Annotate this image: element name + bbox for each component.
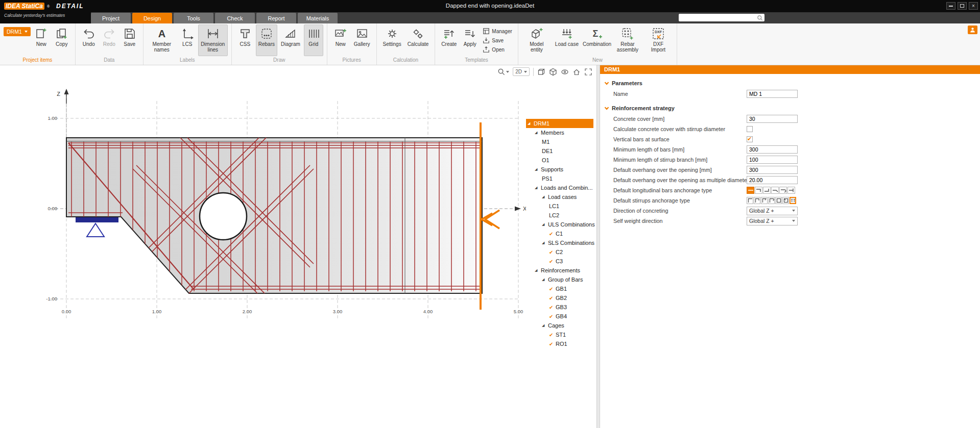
tree-item-ULS-Combinations[interactable]: ◢ULS Combinations — [526, 220, 593, 229]
tree-item-PS1[interactable]: PS1 — [526, 174, 593, 183]
stirrup-closed-button[interactable] — [775, 197, 782, 204]
minimize-button[interactable] — [946, 2, 955, 10]
tree-item-GB4[interactable]: ✔GB4 — [526, 312, 593, 321]
template-save-button[interactable]: Save — [481, 36, 514, 44]
expander-icon[interactable]: ◢ — [542, 323, 548, 328]
dimension-lines-button[interactable]: Dimension lines — [198, 24, 228, 56]
overhang-opening-input[interactable] — [747, 166, 798, 174]
stirrup-corner-hook-180-button[interactable] — [768, 197, 775, 204]
tab-design[interactable]: Design — [132, 13, 172, 23]
calc-cover-checkbox[interactable] — [747, 126, 753, 132]
undo-button[interactable]: Undo — [79, 24, 99, 56]
panel-divider[interactable] — [596, 65, 600, 428]
anchorage-loop-button[interactable] — [779, 187, 787, 194]
tree-item-Loads[interactable]: ◢Loads and Combin... — [526, 183, 593, 192]
template-manager-button[interactable]: Manager — [481, 27, 514, 35]
axonometry-view-button[interactable] — [537, 68, 545, 76]
close-button[interactable]: × — [969, 2, 978, 10]
dxf-import-button[interactable]: DXF DXF Import — [643, 24, 673, 56]
tree-item-C3[interactable]: ✔C3 — [526, 257, 593, 266]
tree-item-Reinforcements[interactable]: ◢Reinforcements — [526, 266, 593, 275]
min-length-stirrup-input[interactable] — [747, 156, 798, 164]
tab-tools[interactable]: Tools — [174, 13, 213, 23]
checked-icon[interactable]: ✔ — [549, 314, 556, 319]
settings-button[interactable]: Settings — [380, 24, 404, 56]
expander-icon[interactable]: ◢ — [535, 186, 541, 190]
anchorage-hook-90-up-button[interactable] — [763, 187, 771, 194]
checked-icon[interactable]: ✔ — [549, 249, 556, 255]
view-mode-dropdown[interactable]: 2D — [513, 67, 530, 76]
stirrup-closed-overlap-button[interactable] — [782, 197, 789, 204]
expander-icon[interactable]: ◢ — [528, 121, 534, 125]
home-view-button[interactable] — [572, 68, 581, 76]
anchorage-hook-90-down-button[interactable] — [755, 187, 762, 194]
zoom-tools-dropdown[interactable] — [497, 68, 509, 75]
tree-item-Load-cases[interactable]: ◢Load cases — [526, 192, 593, 202]
checked-icon[interactable]: ✔ — [549, 305, 556, 310]
maximize-button[interactable] — [958, 2, 967, 10]
visibility-button[interactable] — [561, 68, 569, 76]
account-button[interactable] — [968, 26, 977, 34]
grid-button[interactable]: Grid — [304, 24, 323, 56]
vertical-bars-checkbox[interactable] — [747, 136, 753, 142]
zoom-extents-button[interactable] — [584, 68, 592, 76]
tree-item-LC1[interactable]: LC1 — [526, 202, 593, 211]
tree-item-Supports[interactable]: ◢Supports — [526, 165, 593, 174]
lcs-button[interactable]: LCS — [178, 24, 197, 56]
redo-button[interactable]: Redo — [100, 24, 119, 56]
new-picture-button[interactable]: New — [331, 24, 350, 56]
expander-icon[interactable]: ◢ — [535, 268, 541, 272]
template-open-button[interactable]: Open — [481, 45, 514, 54]
tree-item-GB2[interactable]: ✔GB2 — [526, 293, 593, 303]
tree-item-O1[interactable]: O1 — [526, 156, 593, 165]
css-button[interactable]: CSS — [235, 24, 255, 56]
checked-icon[interactable]: ✔ — [549, 259, 556, 264]
tree-item-C2[interactable]: ✔C2 — [526, 247, 593, 257]
template-create-button[interactable]: Create — [439, 24, 459, 56]
member-names-button[interactable]: A Member names — [147, 24, 177, 56]
anchorage-headed-button[interactable] — [787, 187, 795, 194]
tree-item-DRM1[interactable]: ◢DRM1 — [526, 119, 593, 128]
combination-button[interactable]: Σ Combination — [582, 24, 612, 56]
checked-icon[interactable]: ✔ — [549, 341, 556, 347]
tree-item-GB1[interactable]: ✔GB1 — [526, 284, 593, 293]
project-item-selector[interactable]: DRM1 — [4, 27, 31, 36]
rebars-button[interactable]: Rebars — [256, 24, 277, 56]
stirrup-corner-hook-90-button[interactable] — [754, 197, 760, 204]
expander-icon[interactable]: ◢ — [542, 241, 548, 245]
tree-item-SLS-Combinations[interactable]: ◢SLS Combinations — [526, 238, 593, 247]
tree-item-RO1[interactable]: ✔RO1 — [526, 339, 593, 348]
anchorage-hook-135-button[interactable] — [771, 187, 779, 194]
tree-item-DE1[interactable]: DE1 — [526, 146, 593, 156]
checked-icon[interactable]: ✔ — [549, 231, 556, 237]
stirrup-double-headed-button[interactable] — [790, 197, 796, 204]
load-case-button[interactable]: Load case — [553, 24, 581, 56]
copy-project-item-button[interactable]: Copy — [52, 24, 71, 56]
tree-item-Group-of-Bars[interactable]: ◢Group of Bars — [526, 275, 593, 284]
solid-view-button[interactable] — [549, 68, 557, 76]
name-input[interactable] — [747, 90, 798, 98]
tree-item-M1[interactable]: M1 — [526, 137, 593, 146]
checked-icon[interactable]: ✔ — [549, 286, 556, 292]
expander-icon[interactable]: ◢ — [535, 131, 541, 135]
stirrup-corner-90-button[interactable] — [747, 197, 753, 204]
tree-item-C1[interactable]: ✔C1 — [526, 229, 593, 238]
model-entity-button[interactable]: Model entity — [522, 24, 552, 56]
min-length-bars-input[interactable] — [747, 145, 798, 154]
expander-icon[interactable]: ◢ — [542, 222, 548, 226]
concreting-direction-select[interactable]: Global Z + — [747, 207, 798, 215]
expander-icon[interactable]: ◢ — [542, 278, 548, 282]
tree-item-LC2[interactable]: LC2 — [526, 211, 593, 220]
model-viewport[interactable]: 2D — [0, 65, 596, 428]
rebar-assembly-button[interactable]: Rebar assembly — [613, 24, 642, 56]
stirrup-corner-hook-135-button[interactable] — [761, 197, 768, 204]
template-apply-button[interactable]: Apply — [460, 24, 480, 56]
tree-item-Cages[interactable]: ◢Cages — [526, 321, 593, 330]
self-weight-direction-select[interactable]: Global Z + — [747, 217, 798, 225]
calculate-button[interactable]: Calculate — [405, 24, 432, 56]
tab-check[interactable]: Check — [215, 13, 255, 23]
diagram-button[interactable]: Diagram — [278, 24, 303, 56]
tree-item-GB3[interactable]: ✔GB3 — [526, 303, 593, 312]
tree-item-ST1[interactable]: ✔ST1 — [526, 330, 593, 339]
checked-icon[interactable]: ✔ — [549, 332, 556, 338]
